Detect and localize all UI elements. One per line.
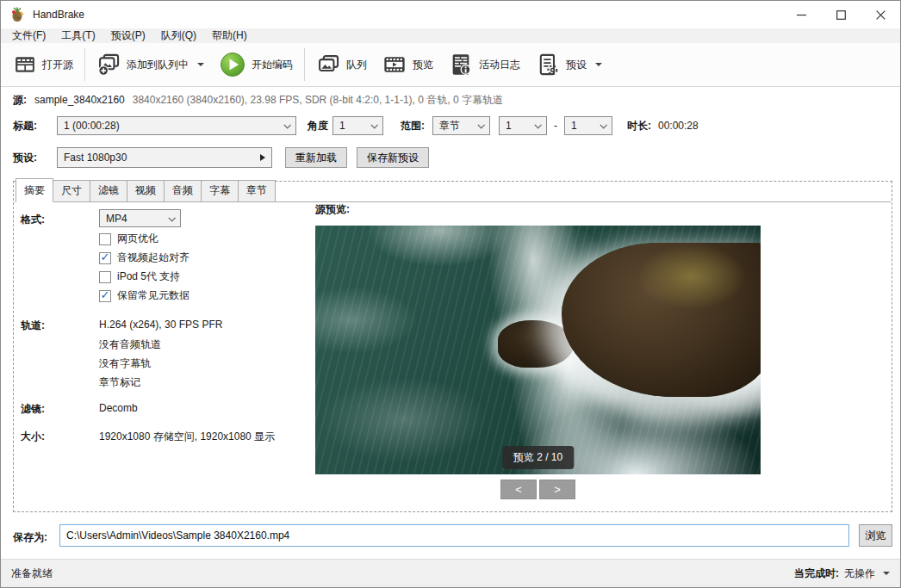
start-encode-button[interactable]: 开始编码 <box>212 46 301 83</box>
activity-log-button[interactable]: 活动日志 <box>441 47 528 82</box>
range-start-select[interactable]: 1 <box>499 116 547 135</box>
when-done-label: 当完成时: <box>794 566 839 581</box>
handbrake-window: HandBrake 文件(F) 工具(T) 预设(P) 队列(Q) 帮助(H) <box>0 0 901 588</box>
preview-nav: < > <box>500 480 575 499</box>
preset-row: 预设: Fast 1080p30 重新加载 保存新预设 <box>13 147 429 168</box>
preview-counter-badge: 预览 2 / 10 <box>502 446 574 469</box>
tab-dimensions[interactable]: 尺寸 <box>53 180 90 201</box>
menu-bar: 文件(F) 工具(T) 预设(P) 队列(Q) 帮助(H) <box>1 28 900 43</box>
save-path-input[interactable] <box>59 524 849 547</box>
web-optimized-checkbox[interactable]: 网页优化 <box>99 232 158 246</box>
next-preview-button[interactable]: > <box>539 480 575 499</box>
status-text: 准备就绪 <box>11 566 53 581</box>
checkbox-box[interactable]: ✓ <box>99 290 111 302</box>
menu-presets[interactable]: 预设(P) <box>103 28 153 44</box>
checkmark-icon: ✓ <box>101 289 110 300</box>
tab-subtitles[interactable]: 字幕 <box>201 180 239 201</box>
checkbox-label: 保留常见元数据 <box>117 288 190 303</box>
minimize-button[interactable] <box>781 1 821 28</box>
checkbox-box[interactable]: ✓ <box>99 252 111 264</box>
ipod-support-checkbox[interactable]: iPod 5代 支持 <box>99 269 180 284</box>
chevron-down-icon <box>600 121 606 128</box>
save-new-preset-button[interactable]: 保存新预设 <box>357 147 429 168</box>
window-controls <box>781 1 900 28</box>
close-button[interactable] <box>861 1 900 28</box>
title-row: 标题: 1 (00:00:28) 角度 1 范围: 章节 1 - 1 时长: 0… <box>13 116 699 135</box>
toolbar-separator <box>84 48 85 81</box>
menu-help[interactable]: 帮助(H) <box>204 28 255 44</box>
add-to-queue-label: 添加到队列中 <box>127 58 189 72</box>
chevron-down-icon <box>595 63 602 66</box>
tab-chapters[interactable]: 章节 <box>238 180 276 201</box>
track-audio: 没有音频轨道 <box>99 337 161 352</box>
track-subtitle: 没有字幕轨 <box>99 356 151 371</box>
source-preview-image[interactable]: 预览 2 / 10 <box>315 226 761 474</box>
size-value: 1920x1080 存储空间, 1920x1080 显示 <box>99 430 275 444</box>
angle-select[interactable]: 1 <box>332 116 383 135</box>
preview-button[interactable]: 预览 <box>375 47 441 82</box>
filters-value: Decomb <box>99 402 138 414</box>
source-name: sample_3840x2160 <box>34 94 125 106</box>
encode-settings-panel: 摘要 尺寸 滤镜 视频 音频 字幕 章节 格式: MP4 网页优化 ✓ 音视频起… <box>13 181 892 512</box>
format-select[interactable]: MP4 <box>99 209 181 227</box>
preview-film-icon <box>382 53 407 77</box>
activity-log-label: 活动日志 <box>479 58 520 72</box>
when-done-value: 无操作 <box>844 566 875 581</box>
checkbox-label: 音视频起始对齐 <box>117 251 190 265</box>
tab-strip: 摘要 尺寸 滤镜 视频 音频 字幕 章节 <box>15 182 891 202</box>
status-bar: 准备就绪 当完成时: 无操作 <box>1 559 900 587</box>
when-done-control[interactable]: 当完成时: 无操作 <box>794 566 890 581</box>
preset-label: 预设: <box>13 151 37 165</box>
presets-button[interactable]: 预设 <box>528 47 610 82</box>
previous-preview-button[interactable]: < <box>500 480 537 499</box>
range-start-value: 1 <box>506 120 512 132</box>
angle-select-value: 1 <box>339 120 345 132</box>
tab-video[interactable]: 视频 <box>127 180 165 201</box>
chevron-down-icon <box>283 121 290 128</box>
chevron-down-icon <box>534 121 541 128</box>
chevron-down-icon <box>883 572 890 575</box>
tab-audio[interactable]: 音频 <box>164 180 202 201</box>
range-end-select[interactable]: 1 <box>564 116 612 135</box>
menu-tools[interactable]: 工具(T) <box>53 28 103 44</box>
checkbox-box[interactable] <box>99 233 111 245</box>
queue-icon <box>316 53 340 77</box>
chevron-down-icon <box>370 121 377 128</box>
menu-queue[interactable]: 队列(Q) <box>153 28 204 44</box>
chevron-down-icon <box>168 214 175 221</box>
open-source-label: 打开源 <box>42 58 73 72</box>
add-to-queue-icon <box>96 53 121 77</box>
browse-button[interactable]: 浏览 <box>859 524 892 547</box>
tab-summary[interactable]: 摘要 <box>16 178 53 202</box>
checkbox-label: 网页优化 <box>117 232 158 246</box>
title-select[interactable]: 1 (00:00:28) <box>57 116 296 135</box>
start-encode-label: 开始编码 <box>252 58 293 72</box>
preset-select[interactable]: Fast 1080p30 <box>57 147 272 168</box>
format-select-value: MP4 <box>106 213 127 225</box>
tab-filters[interactable]: 滤镜 <box>90 180 127 201</box>
filters-label: 滤镜: <box>21 402 45 417</box>
presets-label: 预设 <box>566 58 587 72</box>
chevron-down-icon <box>477 121 484 128</box>
track-chapters: 章节标记 <box>99 375 140 390</box>
menu-file[interactable]: 文件(F) <box>4 28 53 44</box>
tracks-label: 轨道: <box>21 319 45 333</box>
checkmark-icon: ✓ <box>101 251 110 263</box>
track-video: H.264 (x264), 30 FPS PFR <box>99 319 222 331</box>
angle-label: 角度 <box>308 119 328 133</box>
window-title: HandBrake <box>33 9 84 21</box>
keep-metadata-checkbox[interactable]: ✓ 保留常见元数据 <box>99 288 190 303</box>
maximize-button[interactable] <box>821 1 861 28</box>
chevron-down-icon <box>197 63 204 66</box>
title-bar: HandBrake <box>1 1 900 28</box>
source-label: 源: <box>13 93 27 108</box>
av-align-checkbox[interactable]: ✓ 音视频起始对齐 <box>99 251 190 265</box>
range-type-select[interactable]: 章节 <box>432 116 490 135</box>
queue-button[interactable]: 队列 <box>308 47 375 82</box>
arrow-right-icon <box>260 154 265 161</box>
toolbar-separator <box>304 48 305 81</box>
add-to-queue-button[interactable]: 添加到队列中 <box>89 47 212 82</box>
open-source-button[interactable]: 打开源 <box>6 48 81 81</box>
reload-preset-button[interactable]: 重新加载 <box>285 147 347 168</box>
checkbox-box[interactable] <box>99 271 111 283</box>
